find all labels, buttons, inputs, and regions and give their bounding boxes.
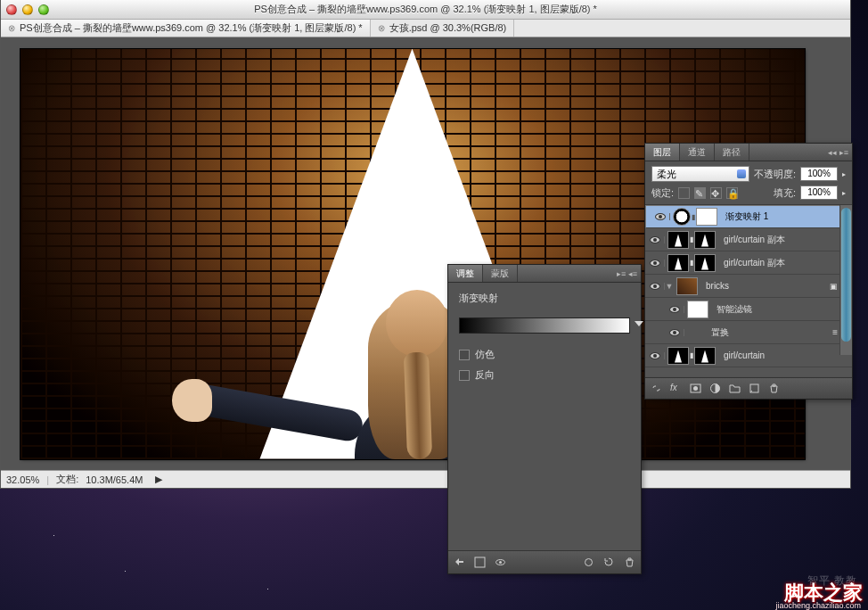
site-url: jiaocheng.chaziliao.com: [775, 601, 861, 610]
lock-transparency-icon[interactable]: [678, 187, 690, 199]
eye-icon: [655, 213, 666, 220]
svg-point-5: [693, 386, 698, 391]
layer-name[interactable]: girl/curtain: [718, 350, 765, 360]
tab-label: 女孩.psd @ 30.3%(RGB/8): [389, 21, 507, 35]
tab-paths[interactable]: 路径: [715, 144, 749, 161]
tab-channels[interactable]: 通道: [680, 144, 715, 161]
layer-row[interactable]: ▮ girl/curtain: [645, 344, 852, 367]
head: [386, 290, 448, 357]
panel-menu-icon[interactable]: ◂◂ ▸≡: [824, 144, 852, 161]
traffic-lights: [6, 4, 49, 15]
mask-thumb[interactable]: [696, 208, 717, 226]
mask-icon[interactable]: [690, 383, 701, 394]
visibility-toggle[interactable]: [645, 352, 665, 359]
layer-name[interactable]: bricks: [700, 281, 729, 291]
svg-point-3: [585, 559, 593, 566]
layer-options: 柔光 不透明度: 100% ▸ 锁定: ✎ ✥ 🔒 填充: 100% ▸: [645, 161, 852, 205]
lock-all-icon[interactable]: 🔒: [726, 187, 738, 199]
smart-object-icon: ▣: [830, 282, 838, 291]
layer-name[interactable]: 渐变映射 1: [720, 210, 768, 223]
visibility-toggle[interactable]: [665, 306, 684, 313]
layer-name[interactable]: girl/curtain 副本: [718, 234, 785, 246]
layer-row[interactable]: ▮ girl/curtain 副本: [645, 251, 852, 275]
adjustment-icon[interactable]: [709, 383, 721, 394]
layer-thumb[interactable]: [676, 277, 698, 295]
layer-row[interactable]: ▮ girl/curtain 副本: [645, 228, 852, 251]
eye-icon[interactable]: [495, 556, 506, 568]
checkbox-icon[interactable]: [459, 370, 470, 381]
mask-thumb[interactable]: [694, 231, 716, 249]
layer-row-smart-filters[interactable]: 智能滤镜: [645, 298, 852, 321]
reset-icon[interactable]: [603, 556, 615, 568]
adjustments-panel[interactable]: 调整 蒙版 ▸≡ ◂≡ 渐变映射 仿色 反向: [447, 264, 642, 574]
layer-name[interactable]: 智能滤镜: [711, 303, 752, 316]
doc-size-value: 10.3M/65.4M: [86, 474, 143, 485]
close-window-button[interactable]: [6, 4, 17, 15]
ponytail: [403, 351, 431, 458]
tab-adjustments[interactable]: 调整: [448, 265, 483, 282]
panel-tabs: 调整 蒙版 ▸≡ ◂≡: [448, 265, 641, 283]
panel-tabs: 图层 通道 路径 ◂◂ ▸≡: [645, 144, 852, 161]
layer-name[interactable]: 置换: [684, 326, 729, 339]
eye-icon: [650, 260, 660, 267]
opacity-label: 不透明度:: [754, 168, 796, 181]
mask-thumb[interactable]: [694, 347, 716, 365]
titlebar[interactable]: PS创意合成 – 撕裂的墙壁www.ps369.com @ 32.1% (渐变映…: [1, 0, 850, 20]
group-icon[interactable]: [729, 383, 741, 394]
filter-options-icon[interactable]: ≡: [832, 327, 838, 337]
adjustment-thumb-icon: [673, 208, 691, 226]
document-tab[interactable]: ⊗ 女孩.psd @ 30.3%(RGB/8): [371, 20, 515, 37]
filter-mask-thumb[interactable]: [687, 301, 708, 318]
layer-thumb[interactable]: [667, 254, 689, 272]
zoom-window-button[interactable]: [38, 4, 49, 15]
layer-list: ▮ 渐变映射 1 ▮ girl/curtain 副本 ▮ girl/curtai…: [645, 205, 852, 376]
fx-icon[interactable]: fx: [670, 383, 682, 394]
reverse-checkbox[interactable]: 反向: [459, 368, 630, 382]
visibility-toggle[interactable]: [651, 213, 670, 220]
layer-row[interactable]: ▼ bricks ▣: [645, 275, 852, 298]
lock-pixels-icon[interactable]: ✎: [694, 187, 706, 199]
document-tab-active[interactable]: ⊗ PS创意合成 – 撕裂的墙壁www.ps369.com @ 32.1% (渐…: [1, 20, 371, 37]
lock-position-icon[interactable]: ✥: [710, 187, 722, 199]
scrollbar-thumb[interactable]: [841, 208, 851, 342]
new-layer-icon[interactable]: [749, 383, 760, 394]
tab-layers[interactable]: 图层: [645, 144, 680, 161]
opacity-input[interactable]: 100%: [800, 167, 838, 181]
trash-icon[interactable]: [768, 383, 780, 394]
blend-mode-select[interactable]: 柔光: [651, 166, 749, 182]
trash-icon[interactable]: [624, 556, 635, 568]
layer-row[interactable]: ▮ 渐变映射 1: [645, 205, 852, 228]
new-icon[interactable]: [474, 556, 486, 568]
doc-size-label: 文档:: [56, 473, 78, 486]
visibility-toggle[interactable]: [645, 236, 665, 243]
scrollbar[interactable]: [839, 205, 852, 355]
close-tab-icon[interactable]: ⊗: [8, 23, 15, 33]
eye-icon: [650, 352, 660, 359]
layer-thumb[interactable]: [667, 231, 689, 249]
visibility-toggle[interactable]: [645, 260, 665, 267]
layers-panel[interactable]: 图层 通道 路径 ◂◂ ▸≡ 柔光 不透明度: 100% ▸ 锁定: ✎ ✥ 🔒…: [644, 143, 853, 400]
tab-masks[interactable]: 蒙版: [483, 265, 518, 282]
layer-thumb[interactable]: [667, 347, 689, 365]
visibility-toggle[interactable]: [645, 283, 665, 290]
visibility-toggle[interactable]: [665, 329, 684, 336]
svg-point-2: [499, 561, 502, 564]
adjustments-footer: [448, 550, 641, 573]
checkbox-icon[interactable]: [459, 350, 470, 360]
minimize-window-button[interactable]: [22, 4, 33, 15]
mask-thumb[interactable]: [694, 254, 716, 272]
expand-icon[interactable]: ▼: [665, 282, 674, 291]
close-tab-icon[interactable]: ⊗: [378, 23, 385, 33]
layer-row-filter[interactable]: 置换 ≡: [645, 321, 852, 344]
gradient-preview[interactable]: [459, 317, 630, 334]
eye-icon: [650, 283, 660, 290]
layer-name[interactable]: girl/curtain 副本: [718, 257, 785, 269]
panel-menu-icon[interactable]: ▸≡ ◂≡: [613, 265, 641, 282]
fill-input[interactable]: 100%: [800, 185, 838, 200]
clip-icon[interactable]: [583, 556, 594, 568]
return-icon[interactable]: [454, 556, 465, 568]
layers-footer: fx: [645, 377, 852, 399]
link-icon[interactable]: [651, 383, 662, 394]
dither-checkbox[interactable]: 仿色: [459, 348, 630, 361]
zoom-level[interactable]: 32.05%: [6, 474, 39, 485]
